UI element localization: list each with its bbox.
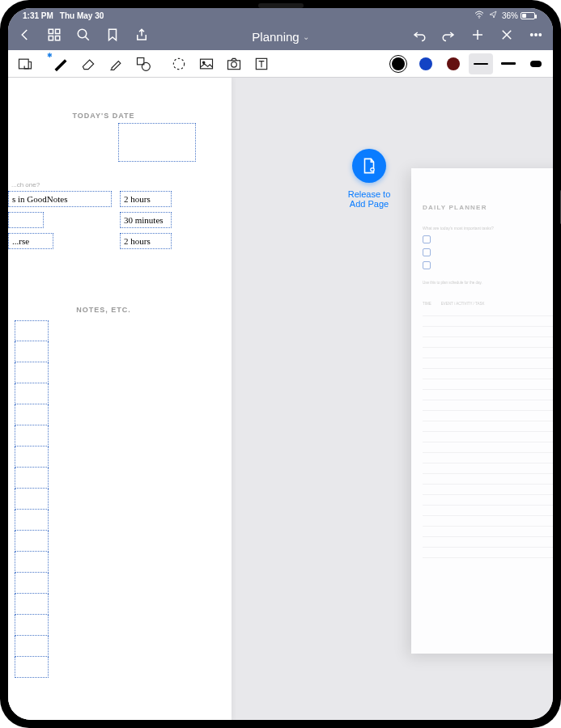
dragged-page-preview[interactable]: DAILY PLANNER What are today's most impo… [411, 168, 553, 654]
undo-button[interactable] [412, 28, 427, 45]
camera-tool[interactable] [222, 53, 246, 74]
zoom-tool[interactable] [13, 53, 37, 74]
date-field[interactable] [118, 123, 196, 162]
image-tool[interactable] [194, 53, 219, 74]
task-text-3[interactable]: ...rse [8, 233, 53, 249]
document-title[interactable]: Planning ⌄ [164, 30, 397, 44]
add-page-hint: Release to Add Page [337, 149, 402, 209]
status-bar: 1:31 PM Thu May 30 36% [8, 8, 553, 23]
task-time-1[interactable]: 2 hours [120, 191, 172, 207]
task-text-2[interactable] [8, 212, 44, 228]
lasso-tool[interactable] [167, 53, 191, 74]
bluetooth-icon: ✱ [47, 52, 53, 59]
task-text-1[interactable]: s in GoodNotes [8, 191, 112, 207]
highlighter-tool[interactable] [104, 53, 128, 74]
svg-point-6 [531, 34, 533, 36]
svg-point-5 [78, 29, 87, 38]
drag-col-time: TIME [423, 302, 431, 306]
svg-point-8 [539, 34, 541, 36]
task-prompt: ...ch one? [11, 181, 40, 188]
add-button[interactable] [470, 28, 485, 45]
battery-pct: 36% [502, 11, 518, 20]
color-red[interactable] [441, 53, 465, 74]
svg-point-14 [202, 61, 205, 64]
svg-rect-2 [56, 29, 60, 33]
stroke-thick[interactable] [524, 53, 548, 74]
tool-bar: ✱ [8, 50, 553, 78]
svg-point-16 [232, 61, 237, 67]
battery-indicator: 36% [502, 11, 535, 20]
status-time: 1:31 PM [23, 11, 53, 20]
share-button[interactable] [134, 28, 149, 45]
svg-rect-3 [49, 36, 53, 40]
close-edit-button[interactable] [499, 28, 514, 45]
drag-title: DAILY PLANNER [423, 204, 553, 211]
svg-rect-4 [56, 36, 60, 40]
add-page-icon [352, 149, 386, 183]
back-button[interactable] [18, 28, 32, 45]
stroke-thin[interactable] [469, 53, 493, 74]
svg-point-7 [535, 34, 537, 36]
notes-time-column[interactable] [15, 320, 49, 678]
drag-caption: Use this to plan schedule for the day. [423, 281, 553, 286]
add-page-text-2: Add Page [350, 199, 389, 209]
svg-rect-13 [201, 59, 213, 69]
color-blue[interactable] [414, 53, 438, 74]
canvas-area[interactable]: TODAY'S DATE ...ch one? s in GoodNotes 2… [8, 78, 553, 720]
stroke-medium[interactable] [496, 53, 521, 74]
task-time-3[interactable]: 2 hours [120, 233, 172, 249]
nav-bar: Planning ⌄ [8, 23, 553, 50]
bookmark-button[interactable] [105, 28, 120, 45]
pen-tool[interactable]: ✱ [49, 53, 73, 74]
svg-rect-9 [19, 59, 29, 69]
eraser-tool[interactable] [76, 53, 100, 74]
drag-col-event: EVENT / ACTIVITY / TASK [441, 302, 485, 306]
drag-checkbox-2 [423, 248, 431, 256]
task-time-2[interactable]: 30 minutes [120, 212, 172, 228]
search-button[interactable] [76, 28, 91, 45]
svg-rect-1 [49, 29, 53, 33]
status-date: Thu May 30 [60, 11, 104, 20]
svg-point-12 [173, 58, 184, 69]
drag-checkbox-3 [423, 261, 431, 269]
shape-tool[interactable] [131, 53, 155, 74]
drag-subtitle: What are today's most important tasks? [423, 226, 553, 231]
page-current[interactable]: TODAY'S DATE ...ch one? s in GoodNotes 2… [8, 78, 232, 720]
notes-header: NOTES, ETC. [8, 306, 199, 314]
add-page-text-1: Release to [348, 189, 391, 199]
location-icon [489, 11, 497, 20]
svg-point-0 [478, 17, 479, 18]
drag-checkbox-1 [423, 235, 431, 243]
text-tool[interactable] [249, 53, 274, 74]
grid-view-button[interactable] [47, 28, 62, 45]
chevron-down-icon: ⌄ [303, 32, 309, 41]
svg-point-11 [142, 62, 150, 70]
color-black[interactable] [386, 53, 410, 74]
redo-button[interactable] [441, 28, 456, 45]
date-header: TODAY'S DATE [8, 112, 199, 120]
more-button[interactable] [529, 28, 543, 45]
wifi-icon [474, 11, 484, 20]
